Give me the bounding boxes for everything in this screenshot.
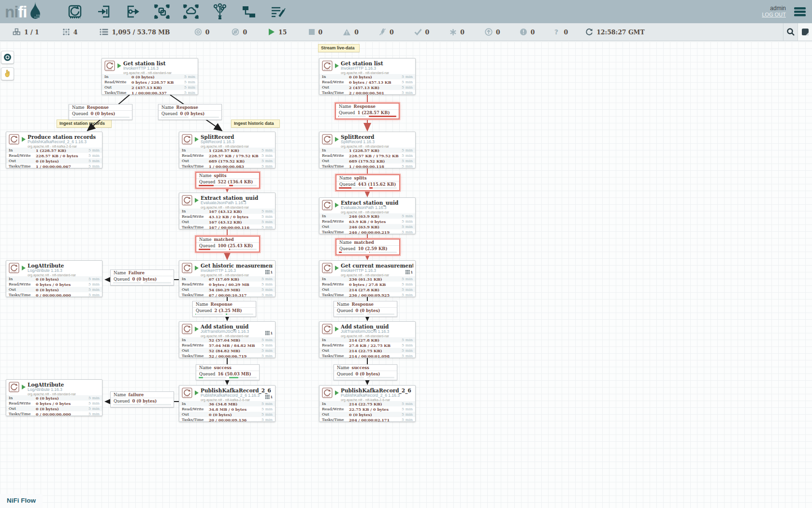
logout-link[interactable]: LOG OUT [762,12,786,18]
output-port-icon[interactable] [125,3,141,20]
process-group-icon[interactable] [154,3,170,20]
sticky-label[interactable]: Ingest historic data [231,120,280,128]
connection-queued-row: Queued 16 (50.03 MB) [196,371,259,377]
stat-value: 246 (63.9 KB) [349,224,402,229]
conn-failure-bottom[interactable]: Name failure Queued 0 (0 bytes) [110,391,174,407]
stat-label: In [322,402,349,406]
stat-label: Read/Write [182,282,209,286]
conn-response-left-1[interactable]: Name Response Queued 0 (0 bytes) [69,104,132,120]
flow-canvas[interactable]: Stream live-dataIngest station recordsIn… [0,42,812,508]
conn-matched-mid[interactable]: Name matched Queued 100 (25.43 KB) [196,236,260,252]
object-backpressure-bar [336,314,364,315]
processor-get-station-list-left[interactable]: Get station list InvokeHTTP 1.16.3 org.a… [102,58,198,95]
stat-value: 2 (457.13 KB) [349,85,402,90]
processor-splitrecord-right[interactable]: SplitRecord SplitRecord 1.16.3 org.apach… [319,132,416,168]
stat-label: Tasks/Time [322,293,349,297]
stat-value: 67 / 00:00:10.317 [209,293,261,298]
processor-extract-station-uuid-right[interactable]: Extract station_uuid EvaluateJsonPath 1.… [319,197,416,234]
conn-response-right-2[interactable]: Name Response Queued 0 (0 bytes) [334,301,397,317]
queued-label: Queued [199,243,215,248]
conn-matched-right[interactable]: Name matched Queued 10 (2.59 KB) [336,239,400,255]
connection-name: failure [129,392,144,397]
processor-get-historic-measurements[interactable]: Get historic measurements InvokeHTTP 1.1… [179,260,276,297]
processor-extract-station-uuid-mid[interactable]: Extract station_uuid EvaluateJsonPath 1.… [179,193,276,229]
processor-get-station-list-right[interactable]: Get station list InvokeHTTP 1.16.3 org.a… [319,58,416,95]
active-threads-badge: 1 [265,270,273,274]
processor-header: Get station list InvokeHTTP 1.16.3 org.a… [102,59,198,74]
conn-response-right[interactable]: Name Response Queued 1 (228.57 KB) [335,103,399,119]
conn-success-mid[interactable]: Name success Queued 16 (50.03 MB) [196,364,260,380]
sticky-label[interactable]: Ingest station records [57,120,112,128]
stat-window: 5 min [261,164,273,168]
stat-value: 0 (0 bytes) [349,75,402,79]
connection-name-row: Name Failure [111,270,174,276]
processor-type: PublishKafkaRecord_2_6 1.16.3 [201,393,271,398]
stat-value: 52 (84.82 MB) [209,348,261,353]
template-icon[interactable] [241,3,257,20]
stat-value: 20 / 00:00:09.136 [209,418,261,422]
processor-produce-station-records[interactable]: Produce station records PublishKafkaReco… [6,132,102,168]
processor-logattribute-top[interactable]: LogAttribute LogAttribute 1.16.3 org.apa… [6,260,102,297]
search-icon[interactable] [783,23,798,41]
processor-get-current-measurement[interactable]: Get current measurement InvokeHTTP 1.16.… [319,260,416,297]
running-triangle-icon [117,63,121,68]
connection-queued-row: Queued 0 (0 bytes) [334,371,397,377]
remote-process-group-icon[interactable] [183,3,199,20]
stat-value: 22.75 KB / 0 bytes [349,407,402,412]
stat-window: 5 min [88,396,100,400]
stat-window: 5 min [88,159,100,163]
warning-triangle-icon [343,29,351,36]
operate-palette[interactable] [1,67,14,80]
stat-window: 5 min [261,277,273,281]
processor-add-station-uuid-right[interactable]: Add station_uuid JoltTransformJSON 1.16.… [319,321,416,358]
connection-queued-row: Queued 522 (136.4 KB) [196,179,259,185]
processor-stamp-icon [322,263,333,273]
processor-stat-row: Tasks/Time 0 / 00:00:00.000 5 min [6,411,102,417]
status-value: 0 [564,29,568,36]
processor-publishkafka-mid[interactable]: PublishKafkaRecord_2_6 PublishKafkaRecor… [179,385,276,422]
conn-failure-top[interactable]: Name Failure Queued 0 (0 bytes) [110,269,174,285]
input-port-icon[interactable] [96,3,112,20]
conn-response-left-2[interactable]: Name Response Queued 0 (0 bytes) [158,104,222,120]
sticky-label[interactable]: Stream live-data [318,44,360,52]
panel-toggle-icon[interactable] [798,23,812,41]
conn-success-right[interactable]: Name success Queued 0 (0 bytes) [334,364,397,380]
refresh-icon[interactable] [585,28,593,36]
processor-stats: In 246 (63.9 KB) 5 min Read/Write 63.9 K… [319,213,415,235]
stat-label: In [322,277,349,281]
name-label: Name [114,392,126,397]
object-backpressure-bar [339,252,366,253]
funnel-icon[interactable] [212,3,228,20]
queued-label: Queued [199,179,215,184]
running-triangle-icon [22,266,26,270]
processor-logattribute-bottom[interactable]: LogAttribute LogAttribute 1.16.3 org.apa… [6,379,102,416]
stat-label: In [322,338,349,342]
last-refresh[interactable]: 12:58:27 GMT [585,28,645,36]
processor-type: SplitRecord 1.16.3 [341,140,389,144]
breadcrumb[interactable]: NiFi Flow [0,494,43,508]
stat-window: 5 min [402,293,413,297]
processor-header: Get current measurement InvokeHTTP 1.16.… [319,261,415,276]
processor-stat-row: Out 54 (60.29 MB) 5 min [179,287,275,292]
stat-window: 5 min [402,348,413,353]
backpressure-bars [336,116,399,119]
stat-label: Out [322,412,349,417]
processor-add-station-uuid-mid[interactable]: Add station_uuid JoltTransformJSON 1.16.… [179,321,276,358]
stat-label: Read/Write [322,219,349,224]
processor-header: Extract station_uuid EvaluateJsonPath 1.… [319,198,415,213]
stat-label: Read/Write [182,407,209,411]
threads-grid-icon [265,270,270,274]
status-invalid-components: 0 [343,29,359,36]
conn-splits-mid[interactable]: Name splits Queued 522 (136.4 KB) [196,172,260,188]
navigate-palette[interactable] [1,51,14,64]
queued-value: 2 (3.25 MB) [214,308,242,313]
processor-stats: In 214 (27.8 KB) 5 min Read/Write 27.8 K… [319,337,415,359]
conn-splits-right[interactable]: Name splits Queued 443 (115.62 KB) [336,175,400,191]
stat-window: 5 min [261,293,273,297]
label-icon[interactable] [270,3,286,20]
hamburger-icon[interactable] [793,3,807,20]
processor-publishkafka-right[interactable]: PublishKafkaRecord_2_6 PublishKafkaRecor… [319,385,416,422]
conn-response-mid[interactable]: Name Response Queued 2 (3.25 MB) [192,301,256,317]
processor-icon[interactable] [67,3,83,20]
processor-splitrecord-mid[interactable]: SplitRecord SplitRecord 1.16.3 org.apach… [179,132,276,168]
